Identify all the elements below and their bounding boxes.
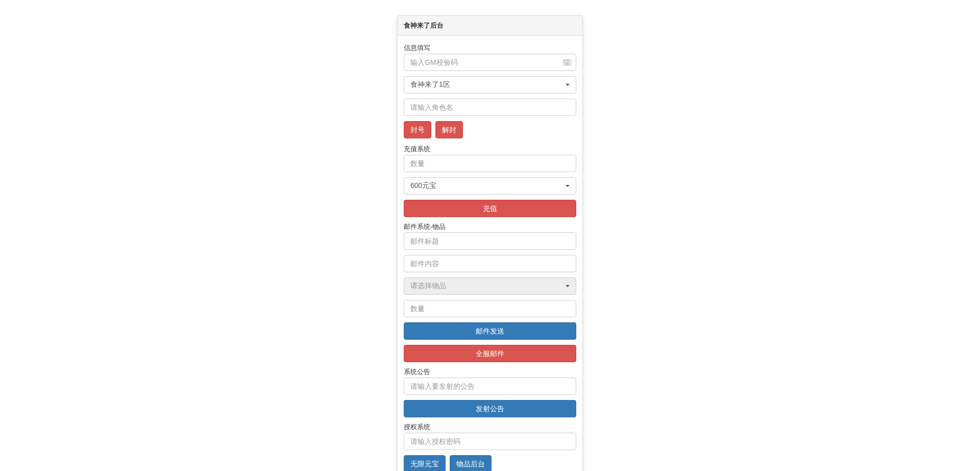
svg-rect-5 (564, 62, 565, 63)
svg-rect-4 (569, 60, 570, 61)
ban-button[interactable]: 封号 (404, 121, 431, 138)
svg-rect-2 (566, 60, 567, 61)
panel-title: 食神来了后台 (398, 16, 582, 36)
chevron-down-icon (566, 185, 570, 187)
server-select[interactable]: 食神来了1区 (404, 76, 576, 93)
mail-content-input[interactable] (404, 255, 576, 272)
recharge-button[interactable]: 充值 (404, 200, 576, 217)
svg-rect-9 (565, 63, 569, 64)
admin-panel: 食神来了后台 信息填写 食神来了1区 封号 解封 充值系统 600元宝 充值 邮… (397, 15, 583, 471)
gm-code-input[interactable] (404, 54, 576, 71)
section-label-notice: 系统公告 (404, 367, 576, 376)
unban-button[interactable]: 解封 (435, 121, 463, 138)
mail-amount-input[interactable] (404, 300, 576, 317)
svg-rect-7 (567, 62, 568, 63)
notice-input[interactable] (404, 378, 576, 395)
notice-submit-button[interactable]: 发射公告 (404, 400, 576, 417)
svg-rect-3 (567, 60, 568, 61)
svg-rect-1 (564, 60, 565, 61)
chevron-down-icon (566, 84, 570, 86)
keyboard-icon (563, 54, 571, 71)
recharge-amount-input[interactable] (404, 155, 576, 172)
unlimited-gold-button[interactable]: 无限元宝 (404, 455, 446, 471)
mail-send-button[interactable]: 邮件发送 (404, 322, 576, 340)
section-label-mail: 邮件系统-物品 (404, 222, 576, 231)
recharge-item-selected: 600元宝 (410, 181, 436, 191)
svg-rect-8 (569, 62, 570, 63)
recharge-item-select[interactable]: 600元宝 (404, 177, 576, 195)
auth-password-input[interactable] (404, 433, 576, 450)
mail-title-input[interactable] (404, 232, 576, 250)
svg-rect-6 (566, 62, 567, 63)
items-backend-button[interactable]: 物品后台 (450, 455, 492, 471)
section-label-recharge: 充值系统 (404, 145, 576, 154)
section-label-info: 信息填写 (404, 43, 576, 53)
role-name-input[interactable] (404, 99, 576, 116)
mail-item-select[interactable]: 请选择物品 (404, 277, 576, 295)
chevron-down-icon (566, 285, 570, 287)
server-selected-value: 食神来了1区 (410, 80, 450, 89)
panel-body: 信息填写 食神来了1区 封号 解封 充值系统 600元宝 充值 邮件系统-物品 (398, 36, 582, 471)
section-label-auth: 授权系统 (404, 422, 576, 432)
mail-item-placeholder: 请选择物品 (410, 281, 446, 291)
mail-broadcast-button[interactable]: 全服邮件 (404, 345, 576, 362)
